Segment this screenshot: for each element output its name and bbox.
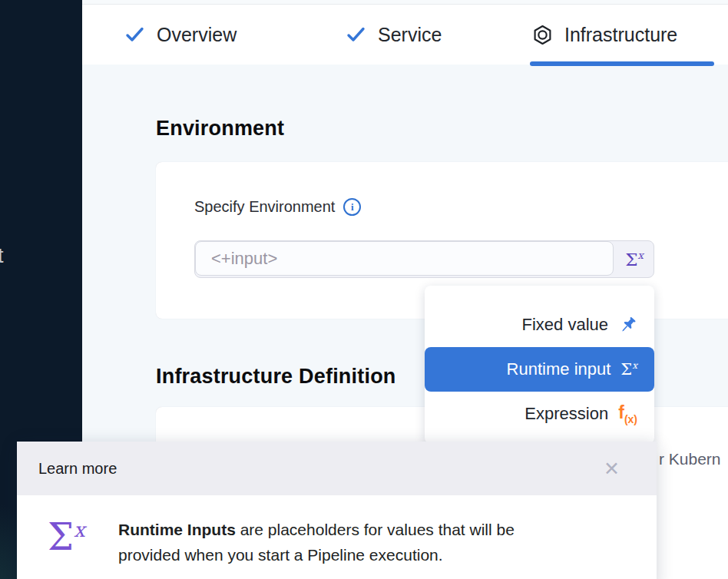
tab-infrastructure[interactable]: Infrastructure: [532, 5, 677, 65]
specify-environment-label: Specify Environment: [194, 198, 335, 216]
sigma-x-icon: Σx: [620, 360, 637, 379]
fixed-value-label: Fixed value: [521, 315, 608, 335]
sidebar-truncated-text: t: [0, 244, 8, 268]
fx-expression-icon: f(x): [618, 402, 637, 425]
value-type-dropdown: Fixed value Runtime input Σx Expression …: [425, 286, 654, 444]
tab-service-label: Service: [378, 24, 442, 46]
menu-item-expression[interactable]: Expression f(x): [425, 392, 654, 436]
active-tab-underline: [530, 61, 714, 66]
tab-overview[interactable]: Overview: [124, 5, 237, 65]
tab-service[interactable]: Service: [346, 5, 442, 65]
learn-more-popover: Learn more ✕ Σx Runtime Inputs are place…: [17, 442, 657, 579]
sigma-x-icon: Σx: [625, 250, 644, 270]
sigma-x-icon: Σx: [48, 515, 118, 567]
environment-input-group: Σx: [194, 240, 654, 278]
menu-item-runtime-input[interactable]: Runtime input Σx: [425, 347, 654, 392]
menu-item-fixed-value[interactable]: Fixed value: [425, 303, 654, 347]
stage-tab-bar: Overview Service Infrastructure: [82, 0, 728, 65]
tab-overview-label: Overview: [157, 24, 237, 46]
infrastructure-definition-heading: Infrastructure Definition: [156, 365, 396, 389]
partial-kubernetes-text: r Kubern: [659, 450, 728, 468]
runtime-inputs-description: Runtime Inputs are placeholders for valu…: [118, 515, 515, 567]
expression-label: Expression: [524, 404, 608, 424]
pin-icon: [618, 316, 637, 335]
tab-infrastructure-label: Infrastructure: [564, 24, 677, 46]
environment-heading: Environment: [156, 117, 284, 141]
check-icon: [124, 25, 145, 44]
runtime-input-label: Runtime input: [507, 359, 611, 379]
close-icon[interactable]: ✕: [604, 459, 620, 478]
environment-input[interactable]: [195, 241, 614, 276]
popover-title: Learn more: [38, 460, 117, 478]
hexagon-icon: [532, 25, 553, 45]
info-icon[interactable]: i: [343, 198, 361, 216]
check-icon: [346, 25, 366, 44]
popover-body: Σx Runtime Inputs are placeholders for v…: [17, 495, 657, 567]
runtime-input-type-button[interactable]: Σx: [615, 241, 654, 277]
popover-header: Learn more ✕: [17, 442, 657, 495]
